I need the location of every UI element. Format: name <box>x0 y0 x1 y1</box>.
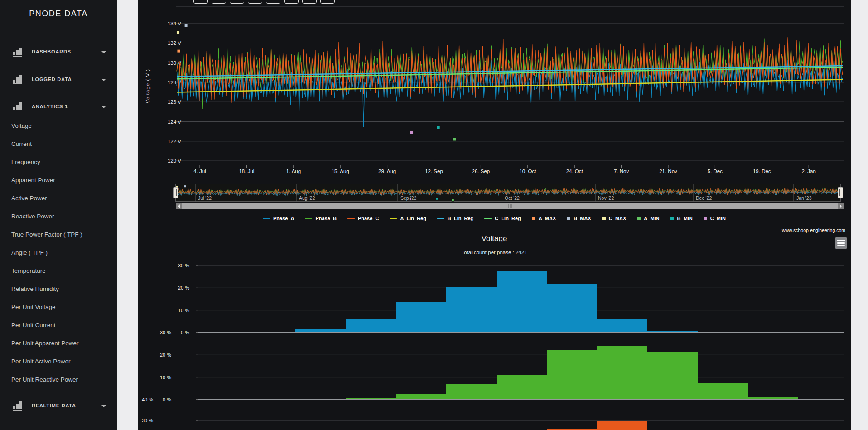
legend-item-phase_b[interactable]: Phase_B <box>305 216 336 221</box>
sidebar-item-per-unit-voltage[interactable]: Per Unit Voltage <box>11 304 56 314</box>
sidebar-item-reactive-power[interactable]: Reactive Power <box>11 213 54 223</box>
chevron-down-icon <box>101 51 106 53</box>
sidebar-item-analytics-1[interactable]: ANALYTICS 1 <box>0 99 117 115</box>
scrollbar-left-button[interactable] <box>176 203 182 209</box>
histogram-bar-phase_a <box>547 284 597 333</box>
sidebar-item-per-unit-apparent-power[interactable]: Per Unit Apparent Power <box>11 340 79 350</box>
legend-label: A_Lin_Reg <box>400 216 426 221</box>
navigator-month-label: Dec '22 <box>696 195 712 201</box>
sidebar-item-apparent-power[interactable]: Apparent Power <box>11 177 55 187</box>
legend-label: A_MAX <box>539 216 556 221</box>
histogram-axis-label: 30 % <box>142 418 153 423</box>
legend-item-a_min[interactable]: A_MIN <box>637 216 659 221</box>
histogram-bar-phase_b <box>396 394 446 400</box>
main-panel: 134 V132 V130 V128 V126 V124 V122 V120 V… <box>138 0 851 430</box>
histogram-bar-phase_a <box>396 302 446 333</box>
y-axis-label: 134 V <box>168 21 181 26</box>
legend-item-b_min[interactable]: B_MIN <box>670 216 693 221</box>
legend-label: C_Lin_Reg <box>495 216 521 221</box>
histogram-bar-phase_b <box>647 352 698 400</box>
sidebar-menu-label: LOGGED DATA <box>32 77 72 82</box>
chevron-down-icon <box>101 106 106 108</box>
sidebar: PNODE DATA DASHBOARDSLOGGED DATAANALYTIC… <box>0 0 117 430</box>
sidebar-item-per-unit-current[interactable]: Per Unit Current <box>11 322 56 332</box>
histogram-axis-label: 20 % <box>160 352 171 358</box>
histogram-bar-phase_b <box>547 350 597 400</box>
navigator-marker-b_max <box>184 185 186 188</box>
marker-b_max <box>184 24 188 27</box>
legend-item-a_lin_reg[interactable]: A_Lin_Reg <box>390 216 426 221</box>
histogram-axis-label: 40 % <box>142 397 153 402</box>
histogram-bar-phase_a <box>346 319 396 333</box>
x-axis-label: 10. Oct <box>519 169 536 174</box>
legend-item-b_max[interactable]: B_MAX <box>567 216 591 221</box>
x-axis-label: 18. Jul <box>239 169 254 174</box>
legend-item-b_lin_reg[interactable]: B_Lin_Reg <box>437 216 473 221</box>
sidebar-item-temperature[interactable]: Temperature <box>11 267 46 277</box>
navigator-handle-right[interactable] <box>838 187 843 198</box>
hamburger-icon <box>837 240 845 241</box>
histogram-bar-phase_b <box>597 346 647 400</box>
sidebar-divider <box>6 31 111 31</box>
sidebar-item-per-unit-active-power[interactable]: Per Unit Active Power <box>11 358 71 368</box>
x-axis-label: 1. Aug <box>286 169 301 174</box>
legend-item-phase_a[interactable]: Phase_A <box>263 216 294 221</box>
histogram-subtitle: Total count per phase : 2421 <box>138 250 851 255</box>
sidebar-item-frequency[interactable]: Frequency <box>11 159 40 169</box>
histogram-bar-phase_b <box>497 375 547 400</box>
x-axis-label: 2. Jan <box>802 169 816 174</box>
sidebar-item-per-unit-reactive-power[interactable]: Per Unit Reactive Power <box>11 376 78 386</box>
y-axis-title: Voltage ( V ) <box>145 69 150 103</box>
marker-a_min <box>453 138 456 141</box>
x-axis-label: 15. Aug <box>332 169 349 174</box>
legend-item-c_max[interactable]: C_MAX <box>602 216 627 221</box>
legend-square-marker <box>602 217 606 220</box>
navigator-handle-left[interactable] <box>174 187 178 198</box>
legend-line-marker <box>347 218 355 219</box>
app-title: PNODE DATA <box>0 9 117 19</box>
legend-label: Phase_C <box>358 216 379 221</box>
sidebar-item-true-power-factor-tpf-[interactable]: True Power Factor ( TPF ) <box>11 231 82 241</box>
sidebar-item-dashboards[interactable]: DASHBOARDS <box>0 44 117 60</box>
sidebar-menu-label: ANALYTICS 1 <box>32 104 68 109</box>
bar-chart-icon <box>12 74 24 85</box>
sidebar-item-active-power[interactable]: Active Power <box>11 195 47 205</box>
sidebar-item-logged-data[interactable]: LOGGED DATA <box>0 72 117 88</box>
sidebar-item-realtime-data[interactable]: REALTIME DATA <box>0 398 117 414</box>
legend-item-phase_c[interactable]: Phase_C <box>347 216 379 221</box>
legend-item-a_max[interactable]: A_MAX <box>532 216 556 221</box>
navigator-marker-c_min <box>409 198 411 200</box>
x-axis-label: 26. Sep <box>472 169 490 174</box>
legend-line-marker <box>263 218 270 219</box>
legend-square-marker <box>637 217 641 220</box>
navigator-month-label: Oct '22 <box>505 195 520 201</box>
sidebar-item-current[interactable]: Current <box>11 140 32 150</box>
legend-label: B_MIN <box>677 216 693 221</box>
legend-label: B_Lin_Reg <box>448 216 473 221</box>
sidebar-item-voltage[interactable]: Voltage <box>11 122 32 132</box>
navigator-month-label: Jul '22 <box>198 195 212 201</box>
sidebar-item-angle-tpf-[interactable]: Angle ( TPF ) <box>11 249 48 259</box>
y-axis-label: 120 V <box>168 158 181 164</box>
chevron-down-icon <box>101 79 106 81</box>
scrollbar-right-button[interactable] <box>838 203 844 209</box>
histogram-axis-label: 0 % <box>181 330 189 335</box>
legend-label: A_MIN <box>644 216 659 221</box>
histogram-bar-phase_a <box>597 319 647 333</box>
histogram-axis-label: 30 % <box>178 263 189 268</box>
chart-context-menu-button[interactable] <box>835 237 847 249</box>
legend-item-c_min[interactable]: C_MIN <box>704 216 726 221</box>
x-axis-label: 21. Nov <box>659 169 677 174</box>
navigator-month-label: Nov '22 <box>598 195 614 201</box>
bar-chart-icon <box>12 428 24 430</box>
histogram-bar-phase_a <box>497 271 547 333</box>
series-phase-c <box>177 37 843 103</box>
marker-a_max <box>177 49 180 53</box>
histogram-bar-phase_a <box>295 329 346 333</box>
legend-item-c_lin_reg[interactable]: C_Lin_Reg <box>484 216 521 221</box>
legend-square-marker <box>670 217 674 220</box>
legend-square-marker <box>567 217 570 220</box>
legend-line-marker <box>305 218 312 219</box>
sidebar-item-relative-humidity[interactable]: Relative Humidity <box>11 285 59 295</box>
histogram-axis-label: 10 % <box>178 308 189 313</box>
